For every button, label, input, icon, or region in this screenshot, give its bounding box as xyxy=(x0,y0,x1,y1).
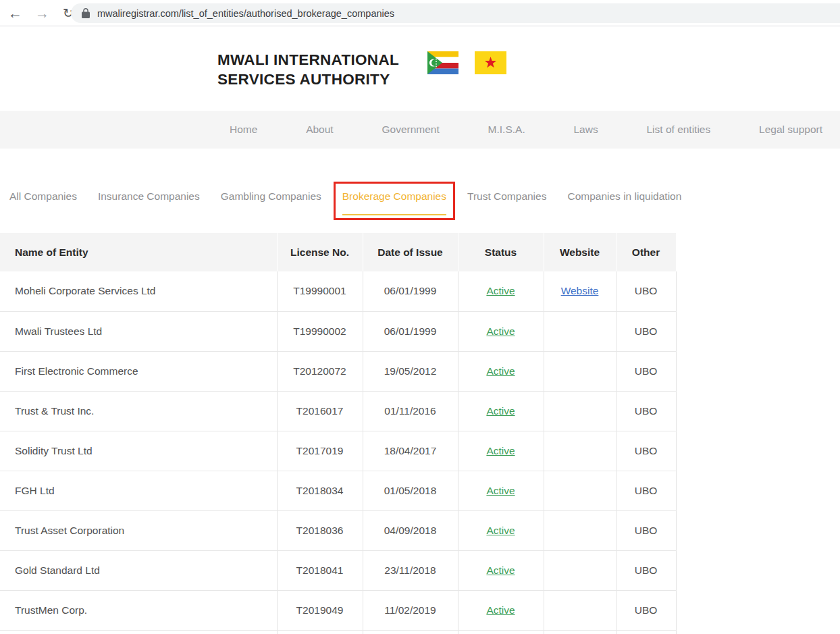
status-link[interactable]: Active xyxy=(486,365,515,377)
nav-item-government[interactable]: Government xyxy=(382,124,439,136)
cell-date: 19/05/2012 xyxy=(363,351,458,391)
cell-entity-name: TrustMen Corp. xyxy=(0,590,277,630)
cell-other: UBO xyxy=(616,391,676,431)
mwali-star-flag-icon xyxy=(475,51,506,77)
cell-entity-name: Trust Asset Corporation xyxy=(0,510,277,550)
cell-website xyxy=(544,550,616,590)
nav-item-misa[interactable]: M.I.S.A. xyxy=(488,124,525,136)
tab-gambling-companies[interactable]: Gambling Companies xyxy=(221,190,321,203)
cell-status: Active xyxy=(458,550,544,590)
status-link[interactable]: Active xyxy=(486,564,515,576)
cell-other: UBO xyxy=(616,351,676,391)
table-row: Moheli Corporate Services Ltd T19990001 … xyxy=(0,271,676,311)
cell-status: Active xyxy=(458,510,544,550)
cell-date: 04/09/2018 xyxy=(363,510,458,550)
table-row: FGH Ltd T2018034 01/05/2018 Active UBO xyxy=(0,471,676,510)
tab-companies-in-liquidation[interactable]: Companies in liquidation xyxy=(567,190,681,203)
tab-all-companies[interactable]: All Companies xyxy=(9,190,77,203)
site-title-line1: MWALI INTERNATIONAL xyxy=(217,50,399,70)
col-header-license: License No. xyxy=(277,233,363,271)
cell-status: Active xyxy=(458,351,544,391)
cell-entity-name: Gold Standard Ltd xyxy=(0,550,277,590)
entities-table: Name of Entity License No. Date of Issue… xyxy=(0,233,677,634)
status-link[interactable]: Active xyxy=(486,445,515,456)
cell-entity-name: Mwali Trustees Ltd xyxy=(0,311,277,351)
website-link[interactable]: Website xyxy=(561,285,599,296)
cell-status: Active xyxy=(458,391,544,431)
table-header-row: Name of Entity License No. Date of Issue… xyxy=(0,233,676,271)
cell-entity-name: Moheli Corporate Services Ltd xyxy=(0,271,277,311)
col-header-website: Website xyxy=(544,233,616,271)
cell-license: T2018034 xyxy=(277,471,363,510)
page: ← → ↻ mwaliregistrar.com/list_of_entitie… xyxy=(0,0,840,634)
nav-item-laws[interactable]: Laws xyxy=(573,124,598,136)
cell-entity-name: Solidity Trust Ltd xyxy=(0,431,277,471)
cell-license: T20120072 xyxy=(277,351,363,391)
tab-brokerage-companies-label: Brokerage Companies xyxy=(342,190,446,202)
cell-entity-name: Trust & Trust Inc. xyxy=(0,391,277,431)
comoros-flag-icon xyxy=(427,51,458,77)
table-row: Mwali Trustees Ltd T19990002 06/01/1999 … xyxy=(0,311,676,351)
address-bar[interactable]: mwaliregistrar.com/list_of_entities/auth… xyxy=(71,3,840,23)
col-header-other: Other xyxy=(616,233,676,271)
cell-other: UBO xyxy=(616,311,676,351)
nav-item-about[interactable]: About xyxy=(306,124,334,136)
table-row: Gold Standard Ltd T2018041 23/11/2018 Ac… xyxy=(0,550,676,590)
cell-date: 23/11/2018 xyxy=(363,550,458,590)
cell-other: UBO xyxy=(616,271,676,311)
cell-other: UBO xyxy=(616,590,676,630)
cell-license: T2018036 xyxy=(277,510,363,550)
cell-website xyxy=(544,510,616,550)
cell-date: 11/02/2019 xyxy=(363,590,458,630)
col-header-date: Date of Issue xyxy=(363,233,458,271)
cell-status: Active xyxy=(458,431,544,471)
forward-icon[interactable]: → xyxy=(35,6,49,20)
cell-entity-name: First Electronic Commerce xyxy=(0,351,277,391)
tab-insurance-companies[interactable]: Insurance Companies xyxy=(98,190,200,203)
site-title-line2: SERVICES AUTHORITY xyxy=(217,70,399,89)
cell-website xyxy=(544,351,616,391)
cell-license: T19990002 xyxy=(277,311,363,351)
status-link[interactable]: Active xyxy=(486,285,515,296)
table-row: Solidity Trust Ltd T2017019 18/04/2017 A… xyxy=(0,431,676,471)
cell-website xyxy=(544,471,616,510)
cell-status: Active xyxy=(458,471,544,510)
cell-date: 06/01/1999 xyxy=(363,311,458,351)
table-row: TrustMen Corp. T2019049 11/02/2019 Activ… xyxy=(0,590,676,630)
cell-website xyxy=(544,391,616,431)
status-link[interactable]: Active xyxy=(486,604,515,616)
active-tab-underline xyxy=(342,214,446,215)
status-link[interactable]: Active xyxy=(486,525,515,536)
cell-website xyxy=(544,431,616,471)
cell-license: T19990001 xyxy=(277,271,363,311)
cell-date: 01/05/2018 xyxy=(363,471,458,510)
status-link[interactable]: Active xyxy=(486,325,515,337)
back-icon[interactable]: ← xyxy=(8,6,22,20)
main-nav: Home About Government M.I.S.A. Laws List… xyxy=(0,111,840,149)
cell-license: T2019049 xyxy=(277,590,363,630)
cell-website: Website xyxy=(544,271,616,311)
nav-item-list-of-entities[interactable]: List of entities xyxy=(646,124,710,136)
cell-date: 18/04/2017 xyxy=(363,431,458,471)
status-link[interactable]: Active xyxy=(486,405,515,417)
status-link[interactable]: Active xyxy=(486,485,515,496)
nav-item-home[interactable]: Home xyxy=(230,124,257,136)
tab-trust-companies[interactable]: Trust Companies xyxy=(467,190,546,203)
table-row: First Electronic Commerce T20120072 19/0… xyxy=(0,351,676,391)
col-header-name: Name of Entity xyxy=(0,233,277,271)
table-row-partial xyxy=(0,630,676,634)
cell-license: T2016017 xyxy=(277,391,363,431)
nav-item-legal-support[interactable]: Legal support xyxy=(759,124,822,136)
cell-other: UBO xyxy=(616,431,676,471)
table-row: Trust Asset Corporation T2018036 04/09/2… xyxy=(0,510,676,550)
url-text: mwaliregistrar.com/list_of_entities/auth… xyxy=(97,8,394,19)
tab-brokerage-companies[interactable]: Brokerage Companies xyxy=(342,190,446,203)
company-category-tabs: All Companies Insurance Companies Gambli… xyxy=(9,182,681,211)
lock-icon[interactable] xyxy=(82,8,90,18)
cell-website xyxy=(544,311,616,351)
site-title: MWALI INTERNATIONAL SERVICES AUTHORITY xyxy=(217,50,399,89)
cell-website xyxy=(544,590,616,630)
browser-toolbar: ← → ↻ mwaliregistrar.com/list_of_entitie… xyxy=(0,0,840,26)
cell-other: UBO xyxy=(616,550,676,590)
cell-status: Active xyxy=(458,271,544,311)
